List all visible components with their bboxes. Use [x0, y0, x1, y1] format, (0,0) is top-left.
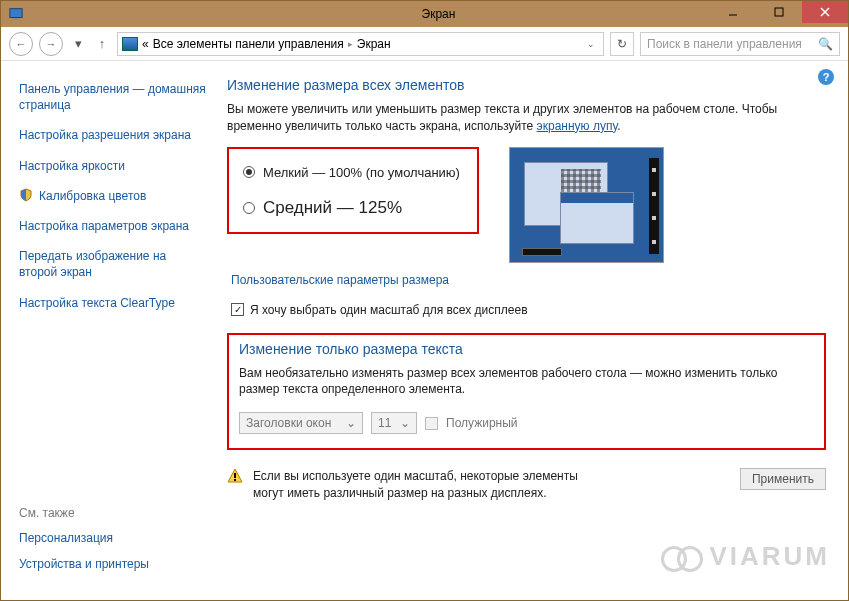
breadcrumb-item[interactable]: Все элементы панели управления: [153, 37, 344, 51]
sidebar-item-color-calibration[interactable]: Калибровка цветов: [19, 188, 207, 204]
up-button[interactable]: ↑: [93, 36, 111, 51]
app-icon: [9, 7, 23, 21]
heading-text-size: Изменение только размера текста: [239, 341, 814, 357]
breadcrumb-prefix: «: [142, 37, 149, 51]
description-1: Вы можете увеличить или уменьшить размер…: [227, 101, 826, 135]
chevron-down-icon: ⌄: [346, 416, 356, 430]
heading-resize-all: Изменение размера всех элементов: [227, 77, 826, 93]
display-settings-window: Экран ← → ▾ ↑ « Все элементы панели упра…: [0, 0, 849, 601]
search-input[interactable]: Поиск в панели управления 🔍: [640, 32, 840, 56]
shield-icon: [19, 188, 33, 202]
dropdown-history[interactable]: ▾: [69, 36, 87, 51]
see-also-title: См. также: [19, 506, 149, 520]
chevron-down-icon: ⌄: [400, 416, 410, 430]
watermark: VIARUM: [661, 541, 830, 572]
footer: Если вы используете один масштаб, некото…: [227, 468, 826, 502]
bold-checkbox[interactable]: [425, 417, 438, 430]
search-placeholder: Поиск в панели управления: [647, 37, 818, 51]
search-icon: 🔍: [818, 37, 833, 51]
main-panel: Изменение размера всех элементов Вы може…: [217, 61, 848, 600]
minimize-button[interactable]: [710, 1, 756, 23]
svg-rect-7: [234, 479, 236, 481]
titlebar: Экран: [1, 1, 848, 27]
see-also-devices[interactable]: Устройства и принтеры: [19, 556, 149, 572]
breadcrumb-item[interactable]: Экран: [357, 37, 391, 51]
radio-icon: [243, 202, 255, 214]
chevron-right-icon: ▸: [348, 39, 353, 49]
custom-size-link[interactable]: Пользовательские параметры размера: [231, 273, 826, 287]
window-controls: [710, 1, 848, 23]
close-button[interactable]: [802, 1, 848, 23]
sidebar-item-project[interactable]: Передать изображение на второй экран: [19, 248, 207, 280]
magnifier-link[interactable]: экранную лупу: [537, 119, 618, 133]
text-size-section: Изменение только размера текста Вам необ…: [227, 333, 826, 451]
element-select[interactable]: Заголовки окон⌄: [239, 412, 363, 434]
breadcrumb-dropdown[interactable]: ⌄: [583, 39, 599, 49]
warning-text: Если вы используете один масштаб, некото…: [253, 468, 593, 502]
forward-button[interactable]: →: [39, 32, 63, 56]
refresh-button[interactable]: ↻: [610, 32, 634, 56]
size-select[interactable]: 11⌄: [371, 412, 417, 434]
sidebar: Панель управления — домашняя страница На…: [1, 61, 217, 600]
sidebar-item-screen-params[interactable]: Настройка параметров экрана: [19, 218, 207, 234]
control-panel-icon: [122, 37, 138, 51]
warning-icon: [227, 468, 243, 484]
radio-icon: [243, 166, 255, 178]
description-2: Вам необязательно изменять размер всех э…: [239, 365, 814, 399]
watermark-logo: [661, 546, 703, 568]
checkbox-icon: ✓: [231, 303, 244, 316]
scale-radio-group: Мелкий — 100% (по умолчанию) Средний — 1…: [227, 147, 479, 234]
svg-rect-1: [13, 18, 18, 20]
radio-medium[interactable]: Средний — 125%: [243, 198, 467, 218]
radio-small[interactable]: Мелкий — 100% (по умолчанию): [243, 165, 467, 180]
single-scale-checkbox[interactable]: ✓ Я хочу выбрать один масштаб для всех д…: [231, 303, 826, 317]
nav-toolbar: ← → ▾ ↑ « Все элементы панели управления…: [1, 27, 848, 61]
breadcrumb[interactable]: « Все элементы панели управления ▸ Экран…: [117, 32, 604, 56]
svg-rect-3: [775, 8, 783, 16]
content-area: ? Панель управления — домашняя страница …: [1, 61, 848, 600]
sidebar-item-brightness[interactable]: Настройка яркости: [19, 158, 207, 174]
see-also-personalization[interactable]: Персонализация: [19, 530, 149, 546]
back-button[interactable]: ←: [9, 32, 33, 56]
apply-button[interactable]: Применить: [740, 468, 826, 490]
bold-label: Полужирный: [446, 416, 518, 430]
svg-rect-6: [234, 473, 236, 478]
sidebar-item-resolution[interactable]: Настройка разрешения экрана: [19, 127, 207, 143]
see-also: См. также Персонализация Устройства и пр…: [19, 506, 149, 582]
display-preview: [509, 147, 664, 263]
sidebar-item-home[interactable]: Панель управления — домашняя страница: [19, 81, 207, 113]
maximize-button[interactable]: [756, 1, 802, 23]
sidebar-item-cleartype[interactable]: Настройка текста ClearType: [19, 295, 207, 311]
svg-rect-0: [10, 9, 22, 18]
